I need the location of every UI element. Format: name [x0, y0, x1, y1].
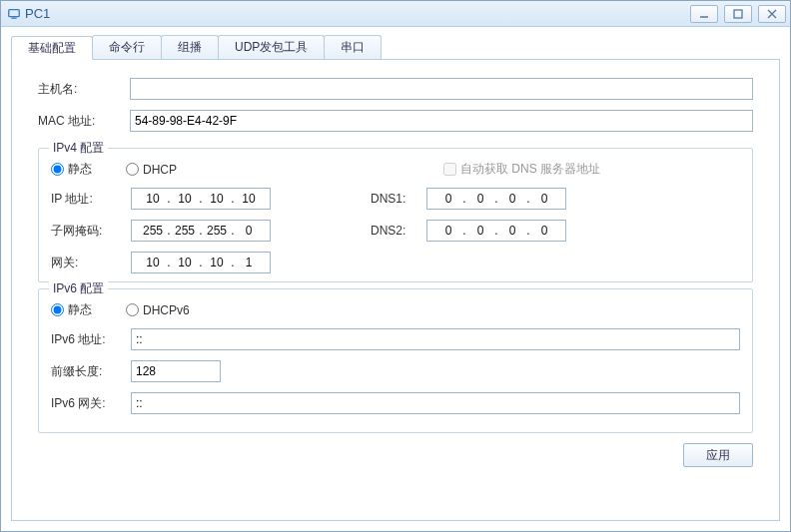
subnet-mask-row: 子网掩码: 255. 255. 255. 0: [51, 220, 271, 242]
gateway-label: 网关:: [51, 255, 131, 271]
ipv6-address-label: IPv6 地址:: [51, 331, 131, 348]
tab-label: UDP发包工具: [235, 39, 308, 56]
ipv4-legend: IPv4 配置: [49, 140, 108, 157]
button-label: 应用: [706, 448, 730, 462]
dns2-row: DNS2: 0. 0. 0. 0: [371, 220, 566, 242]
tab-cli[interactable]: 命令行: [92, 35, 162, 59]
svg-rect-0: [9, 9, 20, 16]
subnet-mask-input[interactable]: 255. 255. 255. 0: [131, 220, 271, 242]
window: PC1 基础配置 命令行 组播 UDP发包工具 串口 主机名:: [0, 0, 791, 532]
checkbox-label: 自动获取 DNS 服务器地址: [460, 161, 600, 178]
dns1-input[interactable]: 0. 0. 0. 0: [426, 188, 566, 210]
tab-label: 命令行: [109, 39, 145, 56]
auto-dns-checkbox[interactable]: 自动获取 DNS 服务器地址: [443, 161, 600, 178]
dns2-input[interactable]: 0. 0. 0. 0: [426, 220, 566, 242]
tabbar: 基础配置 命令行 组播 UDP发包工具 串口: [11, 35, 780, 59]
ipv4-dhcp-radio-input[interactable]: [126, 163, 139, 176]
ipv6-gateway-row: IPv6 网关:: [51, 392, 740, 414]
ipv4-dhcp-radio[interactable]: DHCP: [126, 163, 177, 177]
ip-address-input[interactable]: 10. 10. 10. 10: [131, 188, 271, 210]
radio-label: DHCP: [143, 163, 177, 177]
ipv4-address-group: IP 地址: 10. 10. 10. 10 子网掩码: 255.: [51, 188, 740, 273]
auto-dns-checkbox-input[interactable]: [443, 163, 456, 176]
hostname-input[interactable]: [130, 78, 753, 100]
ipv6-gateway-input[interactable]: [131, 392, 740, 414]
tab-label: 串口: [341, 39, 365, 56]
tab-content-basic: 主机名: MAC 地址: IPv4 配置 静态 DHCP: [11, 59, 780, 521]
ipv6-static-radio[interactable]: 静态: [51, 301, 92, 318]
window-title: PC1: [25, 6, 690, 21]
ipv6-dhcpv6-radio-input[interactable]: [126, 303, 139, 316]
svg-rect-1: [11, 17, 16, 18]
ipv6-address-input[interactable]: [131, 328, 740, 350]
ipv4-mode-row: 静态 DHCP 自动获取 DNS 服务器地址: [51, 161, 740, 178]
button-row: 应用: [38, 443, 753, 467]
gateway-input[interactable]: 10. 10. 10. 1: [131, 252, 271, 273]
ipv6-address-row: IPv6 地址:: [51, 328, 740, 350]
close-button[interactable]: [758, 5, 786, 23]
ipv6-mode-row: 静态 DHCPv6: [51, 301, 740, 318]
mac-input[interactable]: [130, 110, 753, 132]
window-controls: [690, 5, 786, 23]
titlebar: PC1: [1, 1, 790, 27]
minimize-button[interactable]: [690, 5, 718, 23]
ipv4-static-radio[interactable]: 静态: [51, 161, 92, 178]
tab-serial[interactable]: 串口: [324, 35, 382, 59]
ip-address-label: IP 地址:: [51, 191, 131, 208]
maximize-button[interactable]: [724, 5, 752, 23]
tab-basic-config[interactable]: 基础配置: [11, 36, 93, 60]
app-icon: [7, 7, 21, 21]
tab-multicast[interactable]: 组播: [161, 35, 219, 59]
ipv6-fieldset: IPv6 配置 静态 DHCPv6 IPv6 地址: 前缀长: [38, 288, 753, 433]
ipv4-static-radio-input[interactable]: [51, 163, 64, 176]
ipv6-prefix-label: 前缀长度:: [51, 363, 131, 380]
radio-label: 静态: [68, 161, 92, 178]
mac-label: MAC 地址:: [38, 113, 130, 130]
content-area: 基础配置 命令行 组播 UDP发包工具 串口 主机名: MAC 地址: IPv4…: [1, 27, 790, 531]
ipv6-prefix-row: 前缀长度:: [51, 360, 740, 382]
ipv4-fieldset: IPv4 配置 静态 DHCP 自动获取 DNS 服务器地址: [38, 148, 753, 282]
radio-label: DHCPv6: [143, 303, 190, 317]
radio-label: 静态: [68, 301, 92, 318]
gateway-row: 网关: 10. 10. 10. 1: [51, 252, 271, 273]
apply-button[interactable]: 应用: [683, 443, 753, 467]
ipv4-left-col: IP 地址: 10. 10. 10. 10 子网掩码: 255.: [51, 188, 271, 273]
ipv4-right-col: DNS1: 0. 0. 0. 0 DNS2: 0.: [371, 188, 566, 242]
tab-label: 基础配置: [28, 40, 76, 57]
dns1-label: DNS1:: [371, 192, 426, 206]
ipv6-legend: IPv6 配置: [49, 280, 108, 297]
ipv6-prefix-input[interactable]: [131, 360, 221, 382]
ipv6-static-radio-input[interactable]: [51, 303, 64, 316]
tab-label: 组播: [178, 39, 202, 56]
mac-row: MAC 地址:: [38, 110, 753, 132]
subnet-mask-label: 子网掩码:: [51, 223, 131, 240]
tab-udp-tool[interactable]: UDP发包工具: [218, 35, 325, 59]
ipv6-gateway-label: IPv6 网关:: [51, 395, 131, 412]
ipv6-dhcpv6-radio[interactable]: DHCPv6: [126, 303, 190, 317]
hostname-label: 主机名:: [38, 81, 130, 98]
dns1-row: DNS1: 0. 0. 0. 0: [371, 188, 566, 210]
hostname-row: 主机名:: [38, 78, 753, 100]
dns2-label: DNS2:: [371, 224, 426, 238]
ip-address-row: IP 地址: 10. 10. 10. 10: [51, 188, 271, 210]
svg-rect-3: [734, 10, 742, 18]
